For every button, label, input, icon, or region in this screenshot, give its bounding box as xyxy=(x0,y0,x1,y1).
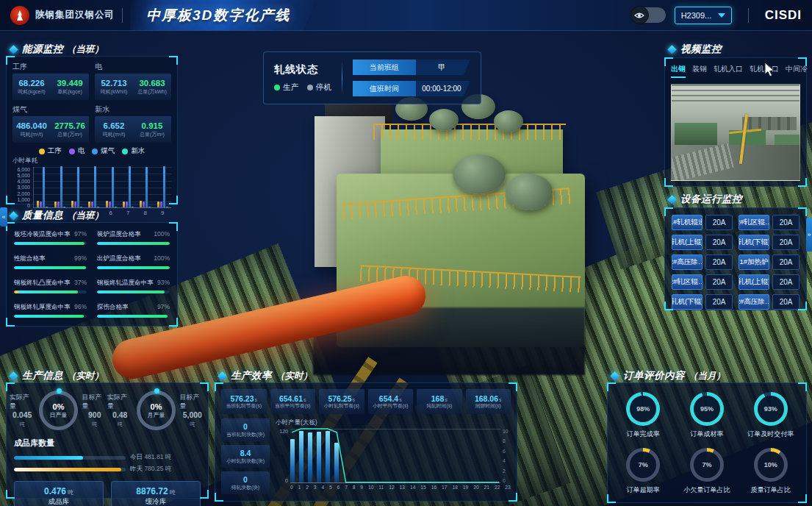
x-tick: 11 xyxy=(378,485,384,490)
energy-bar xyxy=(71,201,73,207)
quality-label: 钢板终轧凸度命中率 xyxy=(14,279,71,288)
visibility-toggle[interactable] xyxy=(632,7,666,23)
video-tab-3[interactable]: 轧机入口 xyxy=(714,64,743,78)
gauge-target-unit: 吨 xyxy=(92,421,97,427)
status-dot-icon xyxy=(274,85,280,90)
quality-label: 钢板终轧厚度命中率 xyxy=(14,303,71,312)
cisdi-logo: CISDI xyxy=(765,8,802,23)
legend-dot-icon xyxy=(92,149,98,154)
tile-value: 168s xyxy=(431,394,448,404)
inventory-card-name: 缓冷库 xyxy=(145,497,167,506)
y-tick: 0 xyxy=(27,203,30,208)
x-tick: 8 xyxy=(353,485,356,490)
equipment-current-value: 20A xyxy=(705,294,733,310)
diamond-icon xyxy=(9,371,18,381)
quality-bar-track xyxy=(14,291,87,293)
equipment-current-value: 20A xyxy=(772,274,800,290)
page-title: 中厚板3D数字化产线 xyxy=(146,6,290,25)
energy-bar xyxy=(157,202,159,207)
order-donut: 95%订单成材率 xyxy=(678,392,737,439)
status-legend-item: 生产 xyxy=(274,82,298,93)
inventory-bar-prefix: 今日 xyxy=(130,453,144,460)
quality-label: 性能合格率 xyxy=(14,254,46,263)
y2-tick: 4 xyxy=(503,458,506,463)
x-tick: 8 xyxy=(144,210,147,216)
energy-bar xyxy=(106,201,108,207)
video-tab-2[interactable]: 装钢 xyxy=(692,64,707,78)
tile-value: 168.06s xyxy=(475,394,502,404)
x-tick: 12 xyxy=(389,485,395,490)
equipment-cell: 2#高压除…20A xyxy=(739,294,800,310)
x-tick: 18 xyxy=(452,485,458,490)
quality-bar-fill xyxy=(97,291,165,293)
order-donut-hole: 7% xyxy=(630,452,656,478)
order-donut-label: 订单成材率 xyxy=(690,430,723,439)
energy-bar xyxy=(123,202,125,207)
energy-metric: 39.449单耗(kgce) xyxy=(51,74,89,100)
order-donut-hole: 93% xyxy=(758,396,784,422)
tile-unit: s xyxy=(445,397,448,402)
quality-item-top: 出炉温度合格率100% xyxy=(97,254,170,263)
x-tick: 6 xyxy=(109,210,112,216)
order-donut-ring: 7% xyxy=(690,448,724,482)
x-tick: 9 xyxy=(360,485,363,490)
video-tab-4[interactable]: 轧机出口 xyxy=(750,64,779,78)
efficiency-tile: 576.23s当班轧制节奏(s) xyxy=(221,389,267,414)
energy-bar-group xyxy=(157,166,168,207)
y-tick: 2,000 xyxy=(17,191,30,196)
tile-value: 654.61s xyxy=(279,394,306,404)
quality-bar-track xyxy=(97,242,170,245)
gauge-target-unit: 吨 xyxy=(190,421,195,427)
equipment-cell: 1#加热炉20A xyxy=(739,254,800,270)
energy-bar-group xyxy=(140,167,151,207)
video-green-machines xyxy=(675,123,717,145)
energy-bar xyxy=(43,167,45,207)
cctv-video-frame[interactable] xyxy=(671,84,800,181)
energy-bar xyxy=(126,202,128,207)
y2-tick: 2 xyxy=(503,468,506,474)
order-donut-label: 订单完成率 xyxy=(627,430,660,439)
gauge-name: 日产量 xyxy=(50,411,68,419)
equipment-cell: 轧机(下辊)20A xyxy=(672,294,733,310)
quality-item-top: 探伤合格率97% xyxy=(97,303,170,312)
quality-panel-header: 质量信息 （当班） xyxy=(10,209,104,222)
energy-bar xyxy=(91,202,93,207)
equipment-cell: 轧机(下辊)20A xyxy=(739,235,800,250)
energy-bar xyxy=(160,202,162,207)
right-panel-collapse-handle[interactable]: » xyxy=(806,218,812,252)
equipment-cell: 2#轧区辊…20A xyxy=(739,215,800,230)
gauge-actual-unit: 吨 xyxy=(118,421,123,427)
quality-bar-fill xyxy=(97,315,168,318)
video-tab-1[interactable]: 出钢 xyxy=(671,64,686,78)
inventory-card-name: 成品库 xyxy=(48,497,70,506)
quality-bar-fill xyxy=(97,266,170,269)
energy-group-name: 新水 xyxy=(95,104,171,115)
energy-bar xyxy=(132,207,134,207)
energy-metric-label: 总量(万m³) xyxy=(140,132,165,138)
energy-bar xyxy=(143,202,145,207)
equipment-label: 轧机(上辊) xyxy=(672,235,703,250)
tile-label: 纯轧时间(s) xyxy=(426,403,452,409)
x-tick: 20 xyxy=(473,485,479,490)
energy-group: 煤气486.040吨耗(m³/t)2775.76总量(万m³) xyxy=(12,104,89,143)
equipment-cell: 2#高压除…20A xyxy=(672,254,733,270)
diamond-icon xyxy=(667,45,677,54)
energy-chart-y-axis: 6,0005,0004,0003,0002,0001,0000 xyxy=(12,167,33,208)
status-badge: 值班时间00:00-12:00 xyxy=(353,81,470,96)
inventory-bar-row: 昨天 780.25 吨 xyxy=(7,463,208,475)
gauge-actual-label: 实际产量 xyxy=(107,393,132,410)
x-tick: 9 xyxy=(161,210,164,216)
order-donut-ring: 93% xyxy=(754,392,788,426)
video-background-machines xyxy=(742,117,797,130)
quality-bar-fill xyxy=(14,291,78,293)
quality-bar-fill xyxy=(97,242,170,245)
orders-panel-header: 订单评价内容 （当月） xyxy=(611,369,725,382)
production-panel-title: 生产信息 xyxy=(22,369,63,382)
quality-label: 板坯冷装温度命中率 xyxy=(14,230,71,239)
energy-metric-label: 单耗(kgce) xyxy=(57,89,82,95)
coil-number-dropdown[interactable]: H2309... xyxy=(675,7,732,24)
left-panel-collapse-handle[interactable]: « xyxy=(0,207,7,227)
video-tab-5[interactable]: 中间冷 xyxy=(786,64,808,78)
order-donut-label: 订单及时交付率 xyxy=(747,430,794,439)
gauge-target-value: 5,000 xyxy=(183,410,202,421)
